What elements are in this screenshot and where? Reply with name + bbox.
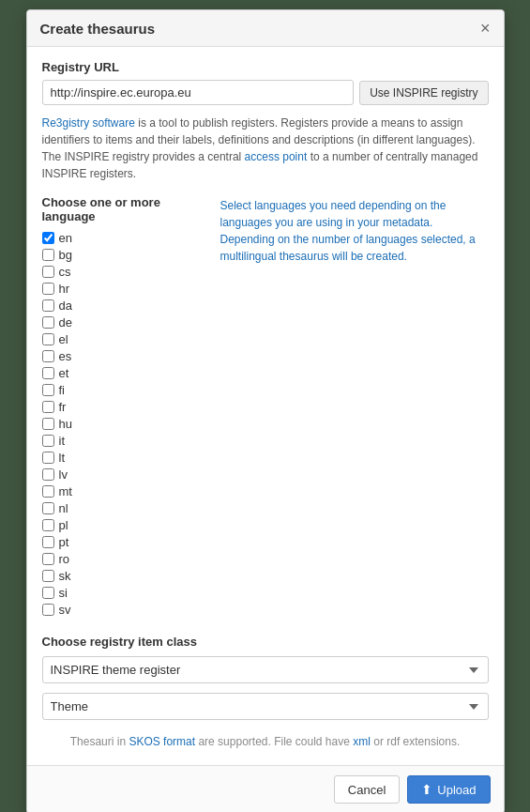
list-item: lt (42, 451, 211, 465)
list-item: el (42, 332, 211, 346)
registry-url-label: Registry URL (42, 60, 489, 74)
list-item: hr (42, 282, 211, 296)
theme-select[interactable]: Theme Annex I Annex II Annex III (42, 693, 489, 720)
list-item: hu (42, 417, 211, 431)
lang-checkbox-mt[interactable] (42, 485, 54, 498)
lang-checkbox-es[interactable] (42, 350, 54, 362)
modal-header: Create thesaurus × (27, 10, 504, 47)
list-item: sk (42, 569, 211, 583)
lang-checkbox-fi[interactable] (42, 384, 54, 396)
registry-url-input[interactable] (42, 80, 355, 105)
upload-icon: ⬆ (421, 782, 432, 797)
access-point-link[interactable]: access point (245, 150, 308, 163)
language-list-col: Choose one or more language en bg cs hr … (42, 195, 211, 620)
list-item: da (42, 299, 211, 313)
re3gistry-link[interactable]: Re3gistry software (42, 116, 135, 130)
lang-checkbox-et[interactable] (42, 367, 54, 379)
list-item: lv (42, 467, 211, 482)
upload-button[interactable]: ⬆ Upload (407, 775, 490, 804)
language-section: Choose one or more language en bg cs hr … (42, 195, 489, 620)
lang-checkbox-sk[interactable] (42, 570, 54, 582)
list-item: ro (42, 552, 211, 566)
lang-checkbox-bg[interactable] (42, 249, 54, 261)
language-hint: Select languages you need depending on t… (220, 195, 489, 620)
xml-link[interactable]: xml (353, 735, 371, 748)
lang-checkbox-sv[interactable] (42, 604, 54, 616)
create-thesaurus-modal: Create thesaurus × Registry URL Use INSP… (26, 9, 505, 812)
lang-checkbox-si[interactable] (42, 587, 54, 599)
lang-checkbox-de[interactable] (42, 316, 54, 329)
list-item: pl (42, 518, 211, 532)
list-item: sv (42, 603, 211, 617)
lang-checkbox-hu[interactable] (42, 418, 54, 430)
language-list: en bg cs hr da de el es et fi fr hu it l… (42, 231, 211, 617)
lang-checkbox-hr[interactable] (42, 283, 54, 295)
list-item: it (42, 434, 211, 448)
list-item: cs (42, 265, 211, 279)
registry-item-class-label: Choose registry item class (42, 635, 489, 649)
list-item: bg (42, 248, 211, 262)
cancel-button[interactable]: Cancel (334, 775, 400, 804)
upload-label: Upload (437, 783, 476, 797)
close-button[interactable]: × (480, 20, 491, 37)
lang-checkbox-it[interactable] (42, 435, 54, 447)
lang-checkbox-nl[interactable] (42, 502, 54, 514)
list-item: si (42, 586, 211, 600)
modal-body: Registry URL Use INSPIRE registry Re3gis… (27, 47, 504, 765)
registry-item-class-select[interactable]: INSPIRE theme register INSPIRE spatial d… (42, 656, 489, 683)
list-item: mt (42, 484, 211, 498)
list-item: fr (42, 400, 211, 414)
lang-checkbox-en[interactable] (42, 232, 54, 244)
lang-checkbox-lv[interactable] (42, 468, 54, 481)
lang-checkbox-pt[interactable] (42, 536, 54, 548)
list-item: nl (42, 501, 211, 515)
lang-checkbox-da[interactable] (42, 299, 54, 312)
lang-checkbox-lt[interactable] (42, 452, 54, 464)
list-item: fi (42, 383, 211, 397)
lang-checkbox-fr[interactable] (42, 401, 54, 413)
list-item: pt (42, 535, 211, 549)
list-item: es (42, 349, 211, 363)
list-item: et (42, 366, 211, 380)
use-inspire-registry-button[interactable]: Use INSPIRE registry (359, 81, 488, 105)
modal-footer: Cancel ⬆ Upload (27, 765, 504, 812)
modal-title: Create thesaurus (40, 21, 156, 37)
registry-url-row: Use INSPIRE registry (42, 80, 489, 105)
info-box: Re3gistry software is a tool to publish … (42, 115, 489, 182)
lang-checkbox-cs[interactable] (42, 266, 54, 278)
skos-note: Thesauri in SKOS format are supported. F… (42, 735, 489, 748)
lang-checkbox-ro[interactable] (42, 553, 54, 565)
skos-format-link[interactable]: SKOS format (129, 735, 195, 748)
list-item: de (42, 315, 211, 329)
lang-checkbox-el[interactable] (42, 333, 54, 345)
list-item: en (42, 231, 211, 245)
language-section-label: Choose one or more language (42, 195, 211, 223)
lang-checkbox-pl[interactable] (42, 519, 54, 531)
